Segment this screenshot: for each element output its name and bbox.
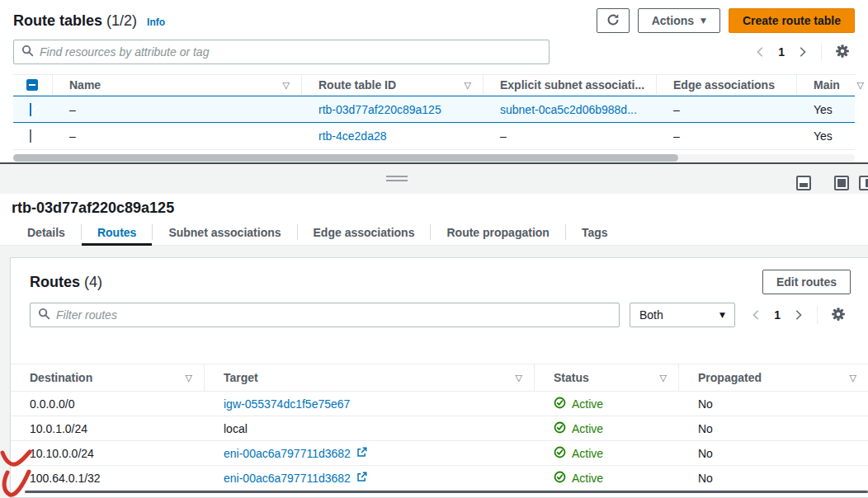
chevron-right-icon (792, 309, 804, 321)
target-link[interactable]: eni-00ac6a797711d3682 (224, 447, 351, 460)
external-link-icon[interactable] (356, 447, 367, 460)
status-active-icon (554, 421, 566, 436)
table-header-row: Name ▽ Route table ID ▽ Explicit subnet … (13, 74, 855, 96)
table-row[interactable]: – rtb-4ce2da28 – – Yes (13, 123, 855, 150)
selection-count: (1/2) (106, 12, 137, 29)
detail-split-panel: rtb-03d77af220c89a125 Details Routes Sub… (0, 164, 868, 498)
gear-icon (835, 44, 850, 61)
route-table-id-link[interactable]: rtb-03d77af220c89a125 (318, 103, 441, 116)
column-header-main[interactable]: Main ▽ (797, 75, 868, 95)
cell-main: Yes (797, 103, 868, 116)
route-row[interactable]: 100.64.0.1/32 eni-00ac6a797711d3682 Act (11, 466, 868, 491)
resources-search-input[interactable] (40, 45, 541, 59)
pagination-prev-button[interactable] (750, 45, 771, 59)
pagination-next-button[interactable] (791, 45, 813, 59)
panel-position-side-icon[interactable] (859, 176, 868, 190)
routes-pagination: 1 (746, 305, 851, 326)
status-active-icon (554, 397, 566, 411)
column-header-edge-associations: Edge associations (657, 75, 797, 95)
cell-name: – (53, 129, 302, 143)
routes-card: Routes (4) Edit routes (10, 257, 868, 498)
cell-status: Active (535, 421, 679, 436)
search-icon (38, 308, 50, 322)
table-row[interactable]: – rtb-03d77af220c89a125 subnet-0ca5c2d06… (13, 96, 855, 123)
page-number: 1 (771, 45, 791, 59)
cell-destination: 0.0.0.0/0 (11, 397, 205, 411)
tab-edge-associations[interactable]: Edge associations (298, 219, 431, 245)
settings-gear-button[interactable] (830, 42, 855, 63)
pagination-prev-button[interactable] (746, 308, 767, 322)
routes-filter-box[interactable] (30, 303, 620, 327)
detail-panel-body: Routes (4) Edit routes (0, 246, 868, 498)
split-panel-drag-handle[interactable] (386, 176, 408, 181)
refresh-button[interactable] (597, 8, 630, 33)
info-link[interactable]: Info (147, 16, 165, 28)
panel-position-full-icon[interactable] (834, 176, 849, 190)
column-header-propagated[interactable]: Propagated ▽ (679, 364, 868, 391)
route-row[interactable]: 0.0.0.0/0 igw-055374dc1f5e75e67 Active N… (11, 392, 868, 416)
scrollbar-thumb[interactable] (13, 154, 678, 162)
status-active-icon (554, 471, 566, 486)
target-link[interactable]: eni-00ac6a797711d3682 (224, 472, 351, 485)
column-header-destination[interactable]: Destination ▽ (11, 364, 205, 391)
pagination-next-button[interactable] (787, 308, 809, 322)
create-route-table-button[interactable]: Create route table (729, 8, 855, 33)
routes-header-row: Destination ▽ Target ▽ Status ▽ Propag (11, 364, 868, 392)
route-row[interactable]: 10.0.1.0/24 local Active No (11, 416, 868, 441)
cell-propagated: No (679, 422, 868, 435)
check-icon (31, 103, 40, 113)
chevron-left-icon (755, 46, 767, 58)
actions-button-label: Actions (652, 14, 694, 27)
cell-target: local (205, 422, 535, 435)
row-checkbox[interactable] (30, 103, 31, 116)
route-tables-list-section: Route tables (1/2) Info Actions ▼ (0, 0, 868, 162)
chevron-down-icon: ▼ (719, 312, 725, 319)
column-header-status[interactable]: Status ▽ (535, 364, 679, 391)
tab-tags[interactable]: Tags (566, 219, 624, 245)
edit-routes-button[interactable]: Edit routes (762, 270, 851, 294)
tab-subnet-associations[interactable]: Subnet associations (153, 219, 296, 245)
horizontal-scrollbar[interactable] (13, 154, 855, 162)
sort-icon[interactable]: ▽ (186, 373, 204, 383)
settings-gear-button[interactable] (826, 305, 851, 326)
column-header-name[interactable]: Name ▽ (53, 75, 302, 95)
gear-icon (831, 307, 846, 324)
sort-icon[interactable]: ▽ (516, 373, 534, 383)
route-row[interactable]: 10.10.0.0/24 eni-00ac6a797711d3682 Acti (11, 441, 868, 466)
tab-routes[interactable]: Routes (82, 219, 152, 245)
bottom-scrollbar[interactable] (25, 491, 868, 493)
select-all-cell (13, 75, 53, 95)
tab-route-propagation[interactable]: Route propagation (431, 219, 564, 245)
sort-icon[interactable]: ▽ (283, 80, 301, 91)
column-header-target[interactable]: Target ▽ (205, 364, 535, 391)
tab-details[interactable]: Details (12, 219, 81, 245)
subnet-association-link[interactable]: subnet-0ca5c2d06b988d... (500, 103, 637, 116)
search-icon (21, 45, 34, 59)
status-text: Active (572, 447, 603, 460)
scope-select[interactable]: Both ▼ (630, 303, 735, 327)
target-link[interactable]: igw-055374dc1f5e75e67 (224, 397, 350, 411)
sort-icon[interactable]: ▽ (660, 373, 678, 383)
column-header-route-table-id[interactable]: Route table ID ▽ (302, 75, 484, 95)
routes-filter-input[interactable] (56, 308, 611, 322)
sort-icon[interactable]: ▽ (465, 80, 483, 91)
route-table-id-link[interactable]: rtb-4ce2da28 (318, 129, 387, 143)
routes-card-header: Routes (4) Edit routes (11, 270, 868, 294)
select-all-checkbox[interactable] (26, 79, 38, 91)
cell-destination: 10.10.0.0/24 (11, 447, 205, 460)
vpc-route-tables-screen: Route tables (1/2) Info Actions ▼ (0, 0, 868, 498)
chevron-left-icon (751, 309, 762, 321)
actions-button[interactable]: Actions ▼ (638, 8, 720, 33)
sort-icon[interactable]: ▽ (850, 373, 868, 383)
external-link-icon[interactable] (356, 472, 367, 485)
page-title-text: Route tables (13, 12, 102, 29)
row-checkbox[interactable] (30, 129, 31, 143)
sort-icon[interactable]: ▽ (857, 80, 868, 91)
list-toolbar: 1 (13, 40, 855, 64)
cell-status: Active (535, 471, 679, 486)
cell-status: Active (535, 446, 679, 461)
cell-explicit-subnet: – (484, 129, 657, 143)
cell-propagated: No (679, 447, 868, 460)
panel-position-bottom-icon[interactable] (796, 176, 811, 190)
resources-search-box[interactable] (13, 40, 550, 64)
